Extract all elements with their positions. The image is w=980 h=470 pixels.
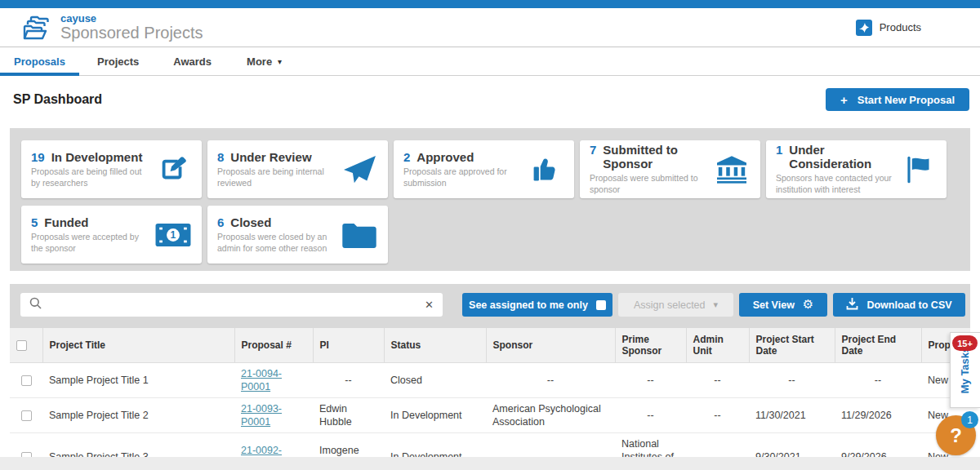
thumbs-up-icon bbox=[527, 154, 564, 185]
folder-icon bbox=[341, 222, 378, 248]
card-count: 1 bbox=[776, 143, 782, 157]
select-all-cell bbox=[10, 328, 42, 363]
my-tasks-label: My Tasks bbox=[960, 347, 972, 394]
brand-name: cayuse bbox=[60, 13, 203, 24]
see-assigned-label: See assigned to me only bbox=[469, 299, 588, 311]
status-card-funded[interactable]: 5 Funded Proposals were accepted by the … bbox=[21, 206, 202, 264]
proposals-grid-panel: ✕ See assigned to me only Assign selecte… bbox=[10, 284, 970, 457]
cell-end-date: -- bbox=[835, 363, 921, 398]
card-label: Closed bbox=[230, 215, 271, 229]
product-name: Sponsored Projects bbox=[60, 24, 203, 42]
card-description: Proposals were accepted by the sponsor bbox=[31, 232, 149, 254]
money-icon: 1 bbox=[154, 224, 192, 246]
status-card-approved[interactable]: 2 Approved Proposals are approved for su… bbox=[394, 140, 574, 198]
card-text: 6 Closed Proposals were closed by an adm… bbox=[217, 215, 336, 254]
status-card-under-consideration[interactable]: 1 Under Consideration Sponsors have cont… bbox=[766, 140, 947, 198]
card-text: 5 Funded Proposals were accepted by the … bbox=[31, 215, 149, 254]
card-text: 2 Approved Proposals are approved for su… bbox=[403, 150, 522, 188]
status-card-closed[interactable]: 6 Closed Proposals were closed by an adm… bbox=[207, 206, 388, 264]
cell-status: In Development bbox=[384, 398, 486, 433]
chevron-down-icon: ▾ bbox=[278, 57, 282, 66]
see-assigned-to-me-button[interactable]: See assigned to me only bbox=[462, 293, 612, 317]
proposal-link[interactable]: 21-0093-P0001 bbox=[241, 403, 282, 428]
main-nav: Proposals Projects Awards More ▾ bbox=[0, 48, 980, 76]
table-header-row: Project Title Proposal # PI Status Spons… bbox=[10, 328, 970, 363]
column-header-proposal-number[interactable]: Proposal # bbox=[234, 328, 313, 363]
card-text: 19 In Development Proposals are being fi… bbox=[31, 150, 149, 188]
search-box: ✕ bbox=[20, 293, 443, 317]
card-description: Proposals were submitted to sponsor bbox=[590, 173, 708, 195]
set-view-label: Set View bbox=[753, 299, 795, 311]
card-label: Under Review bbox=[230, 150, 311, 164]
card-description: Proposals are being filled out by resear… bbox=[31, 166, 149, 188]
cell-proposal-number: 21-0093-P0001 bbox=[234, 398, 313, 433]
cell-proposal-number: 21-0094-P0001 bbox=[234, 363, 313, 398]
edit-icon bbox=[154, 154, 192, 185]
cell-pi: Edwin Hubble bbox=[313, 398, 384, 433]
toolbar-buttons: See assigned to me only Assign selected … bbox=[462, 293, 965, 317]
my-tasks-count-badge: 15+ bbox=[952, 335, 978, 351]
assign-selected-label: Assign selected bbox=[634, 299, 706, 311]
gear-icon: ⚙ bbox=[803, 299, 813, 311]
help-notification-badge: 1 bbox=[961, 411, 978, 428]
cell-project-title: Sample Project Title 2 bbox=[42, 398, 234, 433]
card-count: 2 bbox=[403, 150, 410, 164]
column-header-status[interactable]: Status bbox=[384, 328, 486, 363]
top-accent-bar bbox=[0, 0, 980, 8]
column-header-project-start-date[interactable]: Project Start Date bbox=[749, 328, 835, 363]
cell-sponsor: American Psychological Association bbox=[486, 398, 615, 433]
cell-pi: -- bbox=[313, 363, 384, 398]
proposal-link[interactable]: 21-0094-P0001 bbox=[241, 368, 282, 392]
flag-icon bbox=[899, 154, 937, 185]
column-header-project-end-date[interactable]: Project End Date bbox=[835, 328, 921, 363]
column-header-prime-sponsor[interactable]: Prime Sponsor bbox=[615, 328, 686, 363]
tab-more-label: More bbox=[247, 55, 272, 68]
cell-status: Closed bbox=[384, 363, 486, 398]
column-header-pi[interactable]: PI bbox=[313, 328, 384, 363]
card-text: 7 Submitted to Sponsor Proposals were su… bbox=[590, 143, 708, 195]
products-button[interactable]: Products bbox=[856, 20, 921, 36]
tab-projects[interactable]: Projects bbox=[97, 48, 139, 75]
tab-awards[interactable]: Awards bbox=[173, 48, 212, 75]
start-new-proposal-label: Start New Proposal bbox=[858, 94, 955, 106]
status-card-submitted-to-sponsor[interactable]: 7 Submitted to Sponsor Proposals were su… bbox=[580, 140, 760, 198]
card-count: 6 bbox=[217, 215, 224, 229]
search-input[interactable] bbox=[49, 299, 417, 311]
assign-selected-button[interactable]: Assign selected ▾ bbox=[618, 293, 733, 317]
download-csv-button[interactable]: Download to CSV bbox=[833, 293, 965, 317]
tab-proposals[interactable]: Proposals bbox=[0, 48, 79, 75]
status-card-under-review[interactable]: 8 Under Review Proposals are being inter… bbox=[207, 140, 388, 198]
column-header-admin-unit[interactable]: Admin Unit bbox=[686, 328, 749, 363]
question-mark-icon: ? bbox=[950, 424, 962, 447]
row-checkbox[interactable] bbox=[21, 375, 32, 386]
row-select-cell bbox=[10, 363, 42, 398]
cayuse-logo-icon bbox=[21, 14, 52, 42]
app-header: cayuse Sponsored Projects Products bbox=[0, 8, 980, 47]
card-text: 8 Under Review Proposals are being inter… bbox=[217, 150, 336, 188]
status-card-in-development[interactable]: 19 In Development Proposals are being fi… bbox=[21, 140, 202, 198]
card-count: 8 bbox=[217, 150, 224, 164]
checkbox-icon bbox=[596, 300, 606, 310]
bottom-strip bbox=[0, 457, 980, 470]
set-view-button[interactable]: Set View ⚙ bbox=[739, 293, 827, 317]
row-checkbox[interactable] bbox=[21, 410, 32, 421]
column-header-sponsor[interactable]: Sponsor bbox=[486, 328, 615, 363]
card-label: Approved bbox=[416, 150, 474, 164]
clear-search-icon[interactable]: ✕ bbox=[425, 299, 434, 311]
page-title: SP Dashboard bbox=[13, 92, 102, 107]
screen: cayuse Sponsored Projects Products Propo… bbox=[0, 0, 980, 470]
products-bird-icon bbox=[856, 20, 872, 36]
tab-more[interactable]: More ▾ bbox=[247, 48, 282, 75]
row-select-cell bbox=[10, 398, 42, 433]
card-text: 1 Under Consideration Sponsors have cont… bbox=[776, 143, 894, 195]
cell-start-date: 11/30/2021 bbox=[749, 398, 835, 433]
brand-text: cayuse Sponsored Projects bbox=[60, 13, 203, 42]
svg-text:1: 1 bbox=[171, 229, 176, 241]
plus-icon: + bbox=[840, 93, 848, 107]
select-all-checkbox[interactable] bbox=[16, 340, 27, 351]
cell-admin-unit: -- bbox=[686, 363, 749, 398]
cell-prime-sponsor: -- bbox=[615, 363, 686, 398]
column-header-project-title[interactable]: Project Title bbox=[42, 328, 234, 363]
start-new-proposal-button[interactable]: + Start New Proposal bbox=[826, 88, 969, 111]
proposals-table: Project Title Proposal # PI Status Spons… bbox=[10, 328, 970, 470]
